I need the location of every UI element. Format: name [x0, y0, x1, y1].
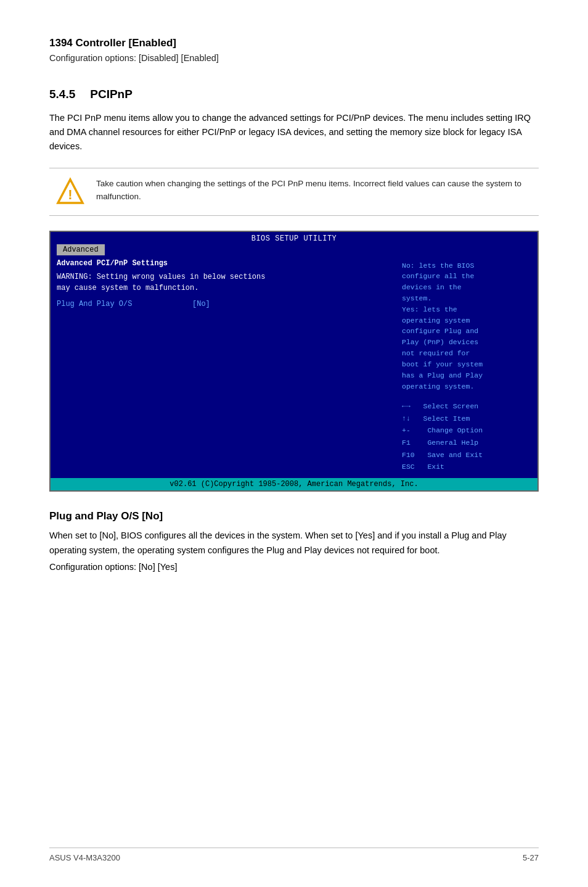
- bios-help-text: No: lets the BIOS configure all the devi…: [402, 260, 531, 392]
- bios-item-value: [No]: [192, 300, 210, 308]
- warning-icon: !: [55, 177, 85, 207]
- warning-text: Take caution when changing the settings …: [96, 177, 533, 204]
- section-number: 5.4.5: [49, 88, 75, 101]
- bios-left-panel: Advanced PCI/PnP Settings WARNING: Setti…: [51, 255, 396, 478]
- bios-warning: WARNING: Setting wrong values in below s…: [57, 271, 390, 294]
- bios-tab-advanced[interactable]: Advanced: [57, 244, 105, 255]
- warning-box: ! Take caution when changing the setting…: [49, 168, 539, 216]
- bios-key-change: +- Change Option: [402, 424, 531, 437]
- bios-footer: v02.61 (C)Copyright 1985-2008, American …: [51, 478, 537, 490]
- bios-key-f1: F1 General Help: [402, 437, 531, 449]
- bios-warning-line2: may cause system to malfunction.: [57, 283, 390, 294]
- section-description: The PCI PnP menu items allow you to chan…: [49, 111, 539, 154]
- bios-right-panel: No: lets the BIOS configure all the devi…: [396, 255, 537, 478]
- pnp-heading: Plug and Play O/S [No]: [49, 510, 539, 522]
- bios-section-title: Advanced PCI/PnP Settings: [57, 259, 390, 268]
- section-1394: 1394 Controller [Enabled] Configuration …: [49, 37, 539, 63]
- bios-warning-line1: WARNING: Setting wrong values in below s…: [57, 271, 390, 283]
- bios-pnp-item: Plug And Play O/S [No]: [57, 300, 390, 308]
- section-1394-config: Configuration options: [Disabled] [Enabl…: [49, 53, 539, 63]
- bios-key-esc: ESC Exit: [402, 461, 531, 473]
- footer-right: 5-27: [523, 853, 539, 862]
- bios-key-screen: ←→ Select Screen: [402, 400, 531, 413]
- bios-key-item: ↑↓ Select Item: [402, 413, 531, 425]
- bios-item-label: Plug And Play O/S: [57, 300, 192, 308]
- footer-left: ASUS V4-M3A3200: [49, 853, 120, 862]
- bios-title: BIOS SETUP UTILITY: [51, 232, 537, 244]
- section-pcipnp: 5.4.5 PCIPnP The PCI PnP menu items allo…: [49, 88, 539, 492]
- pnp-desc2: Configuration options: [No] [Yes]: [49, 560, 539, 575]
- pnp-desc1: When set to [No], BIOS configures all th…: [49, 529, 539, 558]
- svg-text:!: !: [68, 187, 72, 202]
- bios-tabs: Advanced: [51, 244, 537, 255]
- section-title: PCIPnP: [90, 88, 133, 101]
- section-pnp: Plug and Play O/S [No] When set to [No],…: [49, 510, 539, 576]
- bios-screenshot: BIOS SETUP UTILITY Advanced Advanced PCI…: [49, 231, 539, 492]
- bios-key-list: ←→ Select Screen ↑↓ Select Item +- Chang…: [402, 400, 531, 472]
- section-1394-heading: 1394 Controller [Enabled]: [49, 37, 539, 49]
- page-footer: ASUS V4-M3A3200 5-27: [49, 848, 539, 862]
- bios-key-f10: F10 Save and Exit: [402, 449, 531, 461]
